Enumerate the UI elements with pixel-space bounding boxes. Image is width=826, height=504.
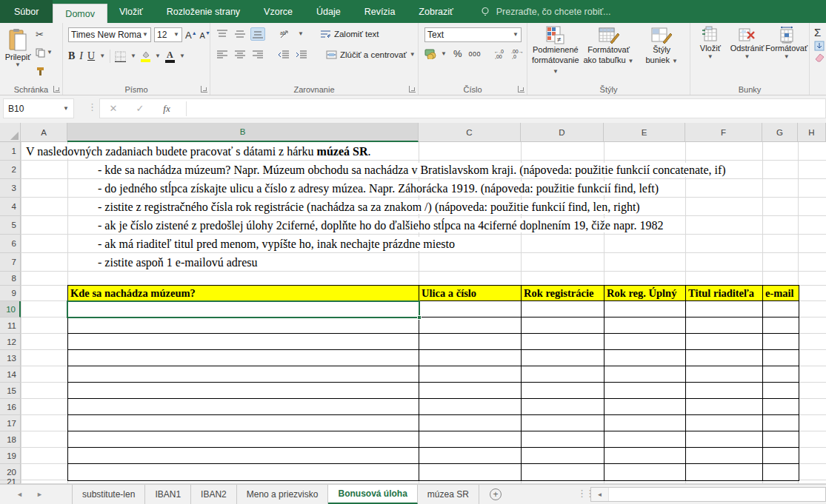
delete-cells-button[interactable]: Odstrániť ▼ [729, 24, 766, 84]
row-header-13[interactable]: 13 [0, 350, 21, 366]
tab-view[interactable]: Zobraziť [407, 0, 464, 23]
grid-cell[interactable] [604, 464, 686, 480]
grid-cell[interactable] [604, 399, 686, 414]
row-header-14[interactable]: 14 [0, 366, 21, 383]
grid-cell[interactable] [522, 464, 604, 480]
sheet-tab-meno-a-priezvisko[interactable]: Meno a priezvisko [237, 485, 329, 504]
table-header-cell[interactable]: e-mail [763, 286, 799, 300]
row-header-17[interactable]: 17 [0, 415, 21, 431]
align-center-button[interactable] [233, 48, 247, 61]
align-middle-button[interactable] [233, 27, 247, 41]
grid-cell[interactable] [68, 415, 419, 431]
grid-cell[interactable] [419, 334, 522, 349]
grid-cell[interactable] [763, 448, 799, 463]
grid-cell[interactable] [68, 317, 419, 333]
tab-file[interactable]: Súbor [0, 0, 53, 23]
row-header-12[interactable]: 12 [0, 334, 21, 350]
tab-insert[interactable]: Vložiť [107, 0, 155, 23]
borders-button[interactable] [115, 51, 126, 62]
sheet-tab-substitute-len[interactable]: substitute-len [72, 485, 145, 504]
font-size-select[interactable]: 12 ▼ [154, 27, 182, 42]
grid-cell[interactable] [604, 383, 686, 398]
row-header-3[interactable]: 3 [0, 179, 21, 198]
insert-cells-button[interactable]: Vložiť ▼ [692, 24, 729, 84]
grid-cell[interactable] [419, 317, 522, 333]
copy-button[interactable]: ▼ [34, 44, 54, 61]
column-header-F[interactable]: F [685, 123, 762, 142]
fill-down-button[interactable] [814, 41, 825, 51]
grid-cell[interactable] [68, 399, 419, 414]
sheet-prev-button[interactable]: ◄ [16, 491, 23, 498]
grid-cell[interactable] [68, 383, 419, 398]
conditional-formatting-button[interactable]: ≠ Podmienené formátovanie ▼ [529, 24, 582, 84]
cut-button[interactable]: ✂ [34, 26, 54, 42]
name-box[interactable]: B10 ▼ [3, 98, 74, 118]
grid-cell[interactable] [686, 448, 763, 463]
table-header-cell[interactable]: Kde sa nachádza múzeum? [68, 286, 419, 300]
tab-review[interactable]: Revízia [353, 0, 407, 23]
format-painter-button[interactable] [34, 63, 54, 79]
row-header-7[interactable]: 7 [0, 253, 21, 272]
row-header-2[interactable]: 2 [0, 161, 21, 179]
clear-button[interactable] [814, 53, 825, 62]
fill-handle[interactable] [417, 315, 422, 320]
sheet-next-button[interactable]: ► [36, 491, 43, 498]
align-top-button[interactable] [215, 27, 230, 41]
number-format-select[interactable]: Text ▼ [424, 27, 522, 42]
grid-cell[interactable] [522, 317, 604, 333]
grid-cell[interactable] [686, 383, 763, 398]
align-left-button[interactable] [215, 48, 230, 61]
alignment-dialog-launcher[interactable] [409, 86, 416, 93]
format-cells-button[interactable]: Formátovať ▼ [765, 24, 807, 84]
tab-home[interactable]: Domov [53, 4, 107, 23]
paste-button[interactable]: Prilepiť ▼ [2, 25, 33, 81]
row-header-10[interactable]: 10 [0, 301, 21, 317]
autosum-button[interactable]: Σ [814, 26, 826, 38]
grid-cell[interactable] [686, 366, 763, 382]
scrollbar-track[interactable] [609, 488, 825, 501]
row-header-15[interactable]: 15 [0, 383, 21, 399]
merge-center-button[interactable]: Zlúčiť a centrovať ▼ [326, 50, 416, 59]
cell-text-row3[interactable]: - do jedného stĺpca získajte ulicu a čís… [96, 181, 660, 195]
tab-data[interactable]: Údaje [304, 0, 353, 23]
formula-bar-grip[interactable]: ⋮ [87, 101, 96, 112]
grid-cell[interactable] [419, 350, 522, 366]
align-right-button[interactable] [250, 48, 265, 61]
row-header-18[interactable]: 18 [0, 431, 21, 448]
cell-text-row2[interactable]: - kde sa nachádza múzeum? Napr. Múzeum o… [96, 163, 727, 177]
grid-cell[interactable] [419, 399, 522, 414]
row-header-11[interactable]: 11 [0, 317, 21, 334]
table-header-cell[interactable]: Ulica a číslo [419, 286, 522, 300]
column-header-G[interactable]: G [762, 123, 798, 142]
grid-cell[interactable] [604, 350, 686, 366]
grid-cell[interactable] [604, 301, 686, 317]
grid-cell[interactable] [763, 464, 799, 480]
tab-formulas[interactable]: Vzorce [252, 0, 304, 23]
cell-text-row1[interactable]: V nasledovných zadaniach budete pracovať… [24, 144, 373, 158]
grid-cell[interactable] [522, 431, 604, 447]
row-header-16[interactable]: 16 [0, 399, 21, 415]
grow-font-button[interactable]: A▲ [185, 30, 197, 41]
sheet-tab-bonusova-uloha[interactable]: Bonusová úloha [328, 485, 417, 504]
font-name-select[interactable]: Times New Roma ▼ [68, 27, 151, 42]
row-header-19[interactable]: 19 [0, 448, 21, 464]
decrease-decimal-button[interactable]: .00→,0 [511, 48, 524, 59]
grid-cell[interactable] [604, 334, 686, 349]
cell-text-row4[interactable]: - zistite z registračného čísla rok regi… [96, 200, 642, 214]
grid-cell[interactable] [68, 448, 419, 463]
grid-cell[interactable] [686, 431, 763, 447]
grid-cell[interactable] [686, 350, 763, 366]
grid-cell[interactable] [68, 464, 419, 480]
increase-indent-button[interactable] [293, 48, 308, 61]
fill-color-button[interactable] [141, 51, 150, 62]
tell-me-search[interactable]: Prezraďte, čo chcete robiť... [480, 0, 611, 23]
grid-cell[interactable] [419, 366, 522, 382]
format-as-table-button[interactable]: Formátovať ako tabuľku ▼ [582, 24, 636, 84]
column-header-D[interactable]: D [521, 123, 604, 142]
grid-cell[interactable] [686, 415, 763, 431]
enter-entry-button[interactable]: ✓ [127, 103, 153, 114]
grid-cell[interactable] [604, 431, 686, 447]
grid-cell[interactable] [419, 431, 522, 447]
table-header-cell[interactable]: Titul riaditeľa [686, 286, 763, 300]
column-header-C[interactable]: C [419, 123, 521, 142]
